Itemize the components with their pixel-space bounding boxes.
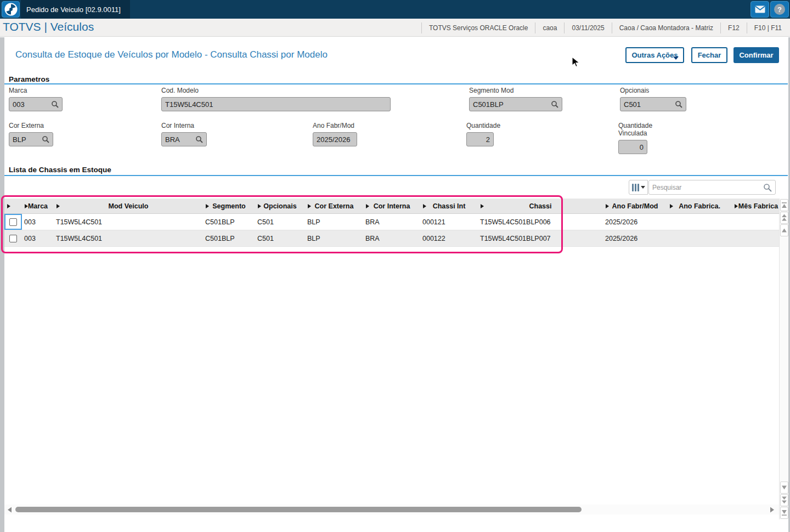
column-manager-caret-icon <box>641 186 645 189</box>
opcionais-lookup-icon[interactable] <box>675 100 682 108</box>
scroll-up-button[interactable] <box>780 224 788 236</box>
totvs-logo-icon <box>4 2 18 16</box>
marca-value: 003 <box>13 100 49 109</box>
grid-header-select[interactable] <box>4 199 22 214</box>
scroll-to-top-button[interactable] <box>780 199 788 211</box>
marca-lookup-icon[interactable] <box>51 100 59 108</box>
page-up-button[interactable] <box>780 212 788 224</box>
row-checkbox[interactable] <box>9 235 17 242</box>
cor-externa-input[interactable]: BLP <box>9 132 53 146</box>
cod-modelo-input[interactable]: T15W5L4C501 <box>161 97 391 111</box>
field-cod-modelo: Cod. Modelo T15W5L4C501 <box>161 87 391 111</box>
segmento-mod-lookup-icon[interactable] <box>551 100 558 108</box>
sort-arrow-icon <box>606 204 609 208</box>
row-select-cell[interactable] <box>4 230 22 246</box>
segmento-mod-input[interactable]: C501BLP <box>469 97 562 111</box>
search-icon[interactable] <box>763 183 772 192</box>
sort-arrow-icon <box>366 204 369 208</box>
marca-input[interactable]: 003 <box>9 97 63 111</box>
segmento-mod-value: C501BLP <box>473 100 549 109</box>
lista-section-title: Lista de Chassis em Estoque <box>9 166 111 174</box>
table-cell <box>667 230 732 246</box>
scroll-to-bottom-button[interactable] <box>780 507 788 519</box>
help-button[interactable]: ? <box>770 1 789 18</box>
grid-header-marca[interactable]: Marca <box>22 199 54 214</box>
scroll-down-button[interactable] <box>780 482 788 494</box>
table-cell: C501BLP <box>203 214 255 230</box>
sort-arrow-icon <box>7 204 10 208</box>
cor-externa-lookup-icon[interactable] <box>42 135 49 143</box>
grid-body: 003T15W5L4C501C501BLPC501BLPBRA000121T15… <box>4 214 779 247</box>
grid-header-m-s-fabrica[interactable]: Mês Fabrica <box>732 199 779 214</box>
sort-arrow-icon <box>57 204 60 208</box>
table-cell: 000122 <box>420 230 478 246</box>
table-row[interactable]: 003T15W5L4C501C501BLPC501BLPBRA000121T15… <box>4 214 779 230</box>
grid-header-chassi[interactable]: Chassi <box>478 199 603 214</box>
quantidade-label: Quantidade <box>466 122 494 129</box>
outras-acoes-button[interactable]: Outras Ações <box>625 47 684 63</box>
column-manager-button[interactable] <box>629 180 648 195</box>
field-cor-externa: Cor Externa BLP <box>9 122 53 146</box>
fechar-label: Fechar <box>698 51 721 59</box>
table-cell: BRA <box>363 230 420 246</box>
field-marca: Marca 003 <box>9 87 63 111</box>
grid-header-cor-interna[interactable]: Cor Interna <box>363 199 420 214</box>
grid-header-chassi-int[interactable]: Chassi Int <box>420 199 478 214</box>
app-window: Pedido de Veiculo [02.9.0011] ? TOTVS | … <box>0 0 790 532</box>
search-input[interactable] <box>652 184 763 191</box>
scroll-left-button[interactable] <box>5 507 13 513</box>
grid-header-opcionais[interactable]: Opcionais <box>255 199 305 214</box>
row-checkbox[interactable] <box>9 218 17 226</box>
quantidade-vinculada-label: Quantidade Vinculada <box>618 122 647 137</box>
vertical-scrollbar[interactable] <box>779 199 788 519</box>
cor-interna-label: Cor Interna <box>161 122 207 129</box>
field-cor-interna: Cor Interna BRA <box>161 122 207 146</box>
grid-header-cor-externa[interactable]: Cor Externa <box>305 199 363 214</box>
opcionais-value: C501 <box>624 100 673 109</box>
opcionais-input[interactable]: C501 <box>620 97 686 111</box>
opcionais-label: Opcionais <box>620 87 686 94</box>
quantidade-vinculada-input[interactable]: 0 <box>618 140 647 154</box>
grid-header-label: Mod Veiculo <box>109 202 149 210</box>
ano-fabr-mod-input[interactable]: 2025/2026 <box>313 132 357 146</box>
scroll-right-button[interactable] <box>768 507 776 513</box>
mouse-cursor <box>572 56 581 70</box>
grid-header-label: Chassi <box>529 202 552 210</box>
status-date: 03/11/2025 <box>564 22 611 33</box>
totvs-logo-button[interactable] <box>2 1 20 18</box>
table-cell: C501 <box>255 214 305 230</box>
horizontal-scroll-thumb[interactable] <box>15 507 582 512</box>
cor-interna-lookup-icon[interactable] <box>195 135 203 143</box>
grid-header-label: Segmento <box>212 202 245 210</box>
page-down-button[interactable] <box>780 494 788 506</box>
chevron-down-icon <box>673 56 679 60</box>
grid-header-label: Ano Fabr/Mod <box>612 202 658 210</box>
table-cell: T15W5L4C501 <box>54 214 203 230</box>
grid-header-segmento[interactable]: Segmento <box>203 199 255 214</box>
sort-arrow-icon <box>258 204 261 208</box>
mail-icon <box>755 5 765 13</box>
grid-header-ano-fabrica-[interactable]: Ano Fabrica. <box>667 199 732 214</box>
grid-header-label: Chassi Int <box>433 202 466 210</box>
fechar-button[interactable]: Fechar <box>691 47 727 63</box>
sort-arrow-icon <box>481 204 484 208</box>
horizontal-scrollbar[interactable] <box>4 505 779 514</box>
grid-header-ano-fabr-mod[interactable]: Ano Fabr/Mod <box>603 199 667 214</box>
tab-title: Pedido de Veiculo [02.9.0011] <box>26 5 121 14</box>
table-cell <box>667 214 732 230</box>
row-select-cell[interactable] <box>4 214 22 230</box>
status-bar: TOTVS Serviços ORACLE Oracle caoa 03/11/… <box>421 19 789 37</box>
help-icon: ? <box>774 4 785 15</box>
confirmar-button[interactable]: Confirmar <box>733 47 779 63</box>
grid-header-label: Mês Fabrica <box>738 202 778 210</box>
cor-interna-input[interactable]: BRA <box>161 132 207 146</box>
segmento-mod-label: Segmento Mod <box>469 87 562 94</box>
app-header: TOTVS | Veículos TOTVS Serviços ORACLE O… <box>0 19 790 37</box>
grid-header-mod-veiculo[interactable]: Mod Veiculo <box>54 199 203 214</box>
table-cell: BLP <box>305 230 363 246</box>
tab-pedido-de-veiculo[interactable]: Pedido de Veiculo [02.9.0011] <box>21 0 130 19</box>
quantidade-input[interactable]: 2 <box>466 132 494 146</box>
table-cell: C501 <box>255 230 305 246</box>
table-row[interactable]: 003T15W5L4C501C501BLPC501BLPBRA000122T15… <box>4 230 779 247</box>
mail-button[interactable] <box>751 1 769 18</box>
